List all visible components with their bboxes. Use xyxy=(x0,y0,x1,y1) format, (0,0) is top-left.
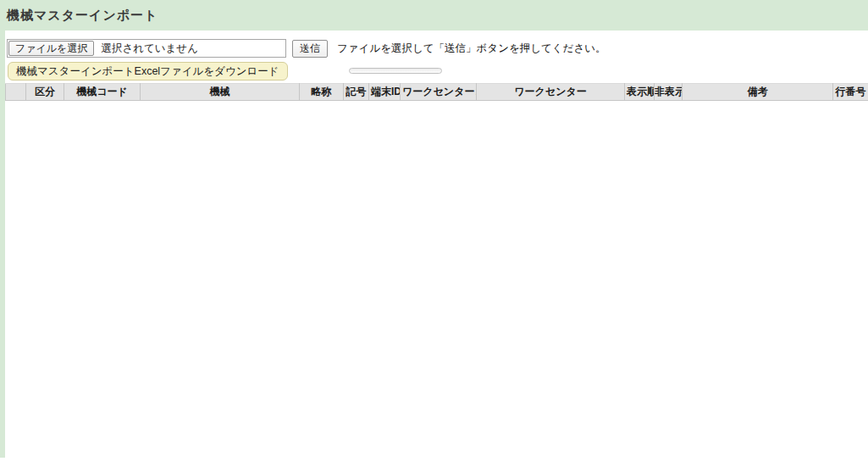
page-title: 機械マスターインポート xyxy=(7,8,158,24)
download-excel-button[interactable]: 機械マスターインポートExcelファイルをダウンロード xyxy=(8,62,288,81)
file-input[interactable]: ファイルを選択 選択されていません xyxy=(7,39,286,58)
app-header: 機械マスターインポート xyxy=(0,0,868,31)
column-header-machine: 機械 xyxy=(141,84,300,101)
import-preview-table: 区分 機械コード 機械 略称 記号 端末ID ワークセンターコード ワークセンタ… xyxy=(5,83,868,101)
download-row: 機械マスターインポートExcelファイルをダウンロード xyxy=(7,61,868,81)
upload-instruction: ファイルを選択して「送信」ボタンを押してください。 xyxy=(337,42,605,56)
column-header-blank xyxy=(6,84,26,101)
column-header-machine-code: 機械コード xyxy=(64,84,141,101)
table-header-row: 区分 機械コード 機械 略称 記号 端末ID ワークセンターコード ワークセンタ… xyxy=(6,84,868,101)
file-select-button[interactable]: ファイルを選択 xyxy=(8,41,94,56)
submit-button[interactable]: 送信 xyxy=(292,40,328,58)
column-header-display-order: 表示順 xyxy=(625,84,655,101)
column-header-terminal-id: 端末ID xyxy=(369,84,401,101)
column-header-workcenter-code: ワークセンターコード xyxy=(401,84,477,101)
column-header-abbreviation: 略称 xyxy=(300,84,344,101)
column-header-symbol: 記号 xyxy=(344,84,369,101)
file-status-text: 選択されていません xyxy=(101,42,198,56)
upload-row: ファイルを選択 選択されていません 送信 ファイルを選択して「送信」ボタンを押し… xyxy=(7,39,868,58)
progress-bar xyxy=(349,68,442,74)
content-area: ファイルを選択 選択されていません 送信 ファイルを選択して「送信」ボタンを押し… xyxy=(0,31,868,458)
column-header-remarks: 備考 xyxy=(683,84,833,101)
column-header-hidden: 非表示 xyxy=(655,84,683,101)
column-header-kubun: 区分 xyxy=(26,84,64,101)
column-header-workcenter: ワークセンター xyxy=(477,84,625,101)
column-header-row-number: 行番号 xyxy=(833,84,868,101)
